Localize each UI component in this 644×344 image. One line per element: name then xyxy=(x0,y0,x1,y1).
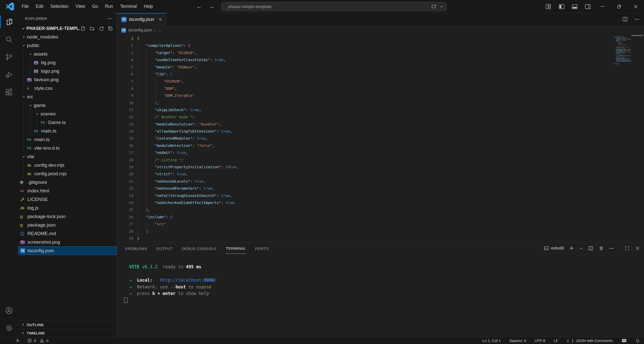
panel-tab-output[interactable]: OUTPUT xyxy=(156,243,173,254)
tree-item-game-ts[interactable]: TSGame.ts xyxy=(18,118,116,127)
indentation-status[interactable]: Spaces: 4 xyxy=(509,338,526,343)
tree-item-node-modules[interactable]: node_modules xyxy=(18,33,116,41)
menu-terminal[interactable]: Terminal xyxy=(116,2,140,11)
code-line-23[interactable]: 23 "noFallthroughCasesInSwitch": true, xyxy=(117,192,644,199)
activity-search-icon[interactable] xyxy=(0,31,18,48)
code-line-4[interactable]: 4 "useDefineForClassFields": true, xyxy=(117,56,644,63)
toggle-secondary-sidebar-icon[interactable] xyxy=(581,0,594,13)
activity-extensions-icon[interactable] xyxy=(0,83,18,101)
toggle-primary-sidebar-icon[interactable] xyxy=(555,0,568,13)
code-line-16[interactable]: 16 "moduleDetection": "force", xyxy=(117,142,644,149)
tree-item-config-prod-mjs[interactable]: JSconfig.prod.mjs xyxy=(18,169,116,178)
panel-tab-ports[interactable]: PORTS xyxy=(255,243,269,254)
code-line-14[interactable]: 14 "allowImportingTsExtensions": true, xyxy=(117,128,644,135)
problems-status[interactable]: 0 0 xyxy=(27,338,50,343)
code-line-28[interactable]: 28 ] xyxy=(117,228,644,235)
tree-item-vite-env-d-ts[interactable]: TSvite-env.d.ts xyxy=(18,144,116,152)
code-line-22[interactable]: 22 "noUnusedParameters": true, xyxy=(117,185,644,192)
code-line-29[interactable]: 29} xyxy=(117,235,644,242)
section-timeline[interactable]: TIMELINE xyxy=(18,329,116,337)
tree-item-logo-png[interactable]: logo.png xyxy=(18,67,116,75)
tab-tsconfig[interactable]: TS tsconfig.json xyxy=(117,13,167,25)
minimap[interactable]: { "compilerOptions": { "target": "ES2020… xyxy=(611,35,631,67)
language-mode[interactable]: { } JSON with Comments xyxy=(567,338,613,343)
tree-item-style-css[interactable]: #style.css xyxy=(18,84,116,93)
code-line-17[interactable]: 17 "noEmit": true, xyxy=(117,149,644,156)
code-line-6[interactable]: 6 "lib": [ xyxy=(117,71,644,78)
minimize-button[interactable] xyxy=(594,0,611,13)
code-line-1[interactable]: 1{ xyxy=(117,35,644,42)
restore-button[interactable] xyxy=(611,0,627,13)
panel-more-actions-icon[interactable] xyxy=(609,246,614,251)
collapse-folders-icon[interactable] xyxy=(108,26,113,31)
tree-item-public[interactable]: public xyxy=(18,41,116,50)
section-outline[interactable]: OUTLINE xyxy=(18,320,116,329)
code-line-27[interactable]: 27 "src" xyxy=(117,221,644,228)
tree-item-vite[interactable]: vite xyxy=(18,152,116,161)
customize-layout-icon[interactable] xyxy=(542,0,555,13)
command-center-search[interactable]: phaser-simple-template xyxy=(221,2,447,11)
explorer-more-actions-icon[interactable] xyxy=(107,16,112,21)
code-line-19[interactable]: 19 "strictPropertyInitialization": false… xyxy=(117,163,644,170)
tree-item-license[interactable]: LICENSE xyxy=(18,195,116,204)
tree-item-bg-png[interactable]: bg.png xyxy=(18,58,116,67)
terminal-instance-item[interactable]: esbuild xyxy=(544,246,564,251)
copilot-chat-icon[interactable] xyxy=(431,4,437,9)
tree-item-main-ts[interactable]: TSmain.ts xyxy=(18,127,116,135)
code-line-11[interactable]: 11 "skipLibCheck": true, xyxy=(117,106,644,113)
tree-item-scenes[interactable]: scenes xyxy=(18,110,116,118)
breadcrumb-file[interactable]: tsconfig.json xyxy=(128,28,152,33)
breadcrumb-more[interactable]: ... xyxy=(158,28,162,33)
split-editor-icon[interactable] xyxy=(622,16,628,22)
code-line-3[interactable]: 3 "target": "ES2020", xyxy=(117,49,644,56)
split-terminal-icon[interactable] xyxy=(588,246,593,251)
tree-item-log-js[interactable]: JSlog.js xyxy=(18,204,116,212)
panel-tab-problems[interactable]: PROBLEMS xyxy=(125,243,147,254)
tree-item-tsconfig-json[interactable]: TStsconfig.json xyxy=(18,246,116,255)
code-line-26[interactable]: 26 "include": [ xyxy=(117,213,644,221)
menu-selection[interactable]: Selection xyxy=(47,2,72,11)
activity-settings-gear-icon[interactable] xyxy=(0,319,18,337)
menu-file[interactable]: File xyxy=(18,2,32,11)
tree-item-game[interactable]: game xyxy=(18,101,116,110)
editor-more-actions-icon[interactable] xyxy=(634,17,639,22)
copilot-status-icon[interactable] xyxy=(621,338,627,343)
code-line-10[interactable]: 10 ], xyxy=(117,99,644,106)
remote-indicator[interactable] xyxy=(15,338,20,343)
close-window-button[interactable] xyxy=(627,0,644,13)
code-line-20[interactable]: 20 "strict": true, xyxy=(117,170,644,178)
maximize-panel-icon[interactable] xyxy=(625,246,630,251)
code-line-7[interactable]: 7 "ES2020", xyxy=(117,78,644,85)
chevron-down-icon[interactable] xyxy=(440,5,443,8)
code-line-18[interactable]: 18 /* Linting */ xyxy=(117,156,644,163)
notifications-bell-icon[interactable] xyxy=(635,338,640,343)
encoding-status[interactable]: UTF-8 xyxy=(535,338,545,343)
refresh-icon[interactable] xyxy=(99,26,104,31)
code-line-25[interactable]: 25 }, xyxy=(117,206,644,213)
new-file-icon[interactable] xyxy=(80,26,86,31)
menu-view[interactable]: View xyxy=(72,2,89,11)
terminal-output[interactable]: VITE v6.3.2 ready in 495 ms → Local: htt… xyxy=(117,254,644,337)
code-line-21[interactable]: 21 "noUnusedLocals": true, xyxy=(117,178,644,185)
close-tab-icon[interactable] xyxy=(158,17,162,21)
toggle-panel-icon[interactable] xyxy=(568,0,581,13)
code-line-9[interactable]: 9 "DOM.Iterable" xyxy=(117,92,644,99)
code-line-8[interactable]: 8 "DOM", xyxy=(117,85,644,92)
project-root-row[interactable]: PHASER-SIMPLE-TEMPL... xyxy=(18,24,116,33)
code-line-24[interactable]: 24 "noUncheckedSideEffectImports": true xyxy=(117,199,644,206)
menu-edit[interactable]: Edit xyxy=(32,2,47,11)
code-line-5[interactable]: 5 "module": "ESNext", xyxy=(117,64,644,71)
tree-item--gitignore[interactable]: .gitignore xyxy=(18,178,116,187)
activity-run-debug-icon[interactable] xyxy=(0,66,18,83)
terminal-dropdown-icon[interactable] xyxy=(579,246,583,250)
code-line-13[interactable]: 13 "moduleResolution": "bundler", xyxy=(117,121,644,128)
activity-account-icon[interactable] xyxy=(0,302,18,319)
new-folder-icon[interactable] xyxy=(90,26,95,31)
panel-tab-terminal[interactable]: TERMINAL xyxy=(226,243,246,254)
close-panel-icon[interactable] xyxy=(635,246,640,251)
menu-help[interactable]: Help xyxy=(140,2,156,11)
tree-item-index-html[interactable]: <>index.html xyxy=(18,187,116,195)
forward-button[interactable]: → xyxy=(209,3,214,10)
activity-files-icon[interactable] xyxy=(0,13,18,31)
code-line-2[interactable]: 2 "compilerOptions": { xyxy=(117,42,644,49)
